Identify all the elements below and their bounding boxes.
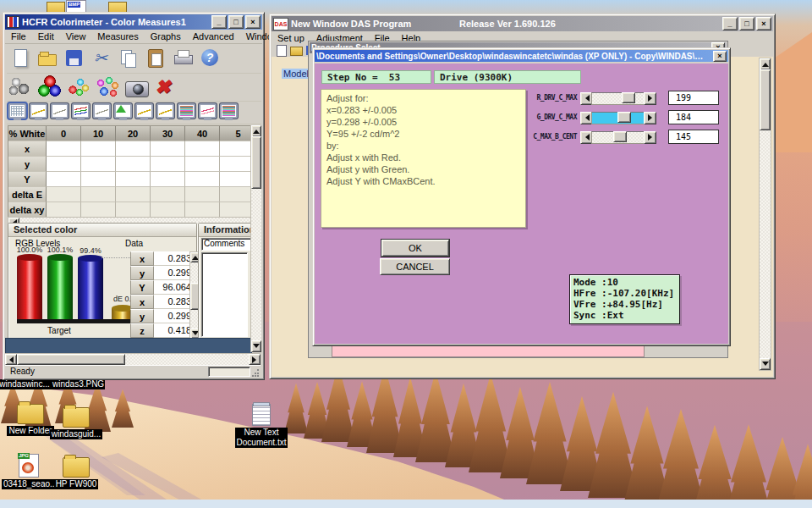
gray-spheres-icon[interactable] xyxy=(8,75,35,100)
scrollbar-thumb[interactable] xyxy=(760,69,771,130)
hcfr-titlebar[interactable]: HCFR Colorimeter - Color Measures1 _ □ × xyxy=(5,14,262,30)
slider-value-input[interactable]: 184 xyxy=(668,110,719,124)
table-cell[interactable] xyxy=(151,202,185,218)
scroll-up-icon[interactable] xyxy=(760,58,771,70)
table-cell[interactable] xyxy=(220,157,252,172)
multicolor-spheres-icon[interactable] xyxy=(94,75,121,100)
data-grid-value[interactable]: 96.064 xyxy=(154,280,195,295)
table-cell[interactable] xyxy=(220,141,252,157)
graph-curve-2-icon[interactable] xyxy=(156,102,175,120)
desktop-icon-windasguid[interactable]: windasguid... xyxy=(52,407,100,439)
open-icon[interactable] xyxy=(290,47,303,56)
client-h-scrollbar[interactable] xyxy=(5,353,261,365)
table-cell[interactable] xyxy=(185,172,220,187)
data-grid-value[interactable]: 0.283 xyxy=(154,251,195,266)
table-cell[interactable] xyxy=(47,157,81,172)
graph-curve-1-icon[interactable] xyxy=(134,102,154,120)
comments-textarea[interactable] xyxy=(201,252,248,337)
table-cell[interactable] xyxy=(81,172,116,187)
new-icon[interactable] xyxy=(8,46,33,71)
menu-item-edit[interactable]: Edit xyxy=(32,30,60,42)
slider-thumb[interactable] xyxy=(613,131,627,142)
das-titlebar[interactable]: DAS New Window DAS Program Release Ver 1… xyxy=(272,16,773,31)
slider-right-arrow[interactable] xyxy=(644,131,656,144)
table-cell[interactable] xyxy=(185,141,220,157)
graph-cie-gamut-icon[interactable] xyxy=(113,102,133,120)
resize-grip[interactable] xyxy=(251,368,260,377)
table-cell[interactable] xyxy=(47,187,81,202)
table-cell[interactable] xyxy=(151,141,185,157)
data-grid-value[interactable]: 0.299 xyxy=(154,309,195,323)
graph-extra-graph-icon[interactable] xyxy=(219,102,239,120)
delete-x-icon[interactable] xyxy=(151,75,178,100)
desktop-icon-hp-fw900[interactable]: HP FW900 xyxy=(52,457,100,489)
graph-noise-curves-icon[interactable] xyxy=(198,102,217,120)
table-cell[interactable] xyxy=(116,202,151,218)
menu-item-advanced[interactable]: Advanced xyxy=(187,30,240,42)
graph-luminance-curve-icon[interactable] xyxy=(50,102,69,120)
menu-item-view[interactable]: View xyxy=(60,30,92,42)
table-cell[interactable] xyxy=(47,141,81,157)
model-label[interactable]: Model xyxy=(282,69,310,79)
table-cell[interactable] xyxy=(47,172,81,187)
help-icon[interactable] xyxy=(197,46,222,71)
scroll-down-icon[interactable] xyxy=(251,340,261,352)
scroll-left-icon[interactable] xyxy=(5,354,17,365)
menu-item-measures[interactable]: Measures xyxy=(91,30,144,42)
desktop-icon-windaswinc[interactable]: windaswinc... xyxy=(0,379,49,389)
slider-track[interactable] xyxy=(591,92,645,105)
open-icon[interactable] xyxy=(35,46,60,71)
close-button[interactable]: × xyxy=(756,17,771,30)
camera-icon[interactable] xyxy=(123,75,150,100)
maximize-button[interactable]: □ xyxy=(739,17,754,30)
table-cell[interactable] xyxy=(116,141,151,157)
graph-gray-curve-icon[interactable] xyxy=(92,102,112,120)
graph-measures-grid-icon[interactable] xyxy=(8,102,27,120)
scroll-right-icon[interactable] xyxy=(249,354,261,365)
desktop-icon-new-text-document[interactable]: New Text Document.txt xyxy=(238,404,285,448)
slider-value-input[interactable]: 199 xyxy=(668,91,719,105)
das-v-scrollbar[interactable] xyxy=(759,58,771,371)
scroll-up-icon[interactable] xyxy=(251,125,261,137)
menu-item-graphs[interactable]: Graphs xyxy=(145,30,187,42)
print-icon[interactable] xyxy=(170,46,195,71)
table-cell[interactable] xyxy=(116,157,151,172)
ok-button[interactable]: OK xyxy=(381,240,449,257)
table-cell[interactable] xyxy=(220,202,252,218)
slider-thumb[interactable] xyxy=(622,92,635,103)
table-cell[interactable] xyxy=(81,202,116,218)
table-cell[interactable] xyxy=(116,187,151,202)
comments-input[interactable]: Comments xyxy=(201,238,251,251)
cut-icon[interactable] xyxy=(89,46,114,71)
table-cell[interactable] xyxy=(185,157,220,172)
slider-thumb[interactable] xyxy=(617,112,631,123)
cancel-button[interactable]: CANCEL xyxy=(380,258,450,275)
table-cell[interactable] xyxy=(81,187,116,202)
minimize-button[interactable]: _ xyxy=(722,17,738,30)
data-grid-value[interactable]: 0.283 xyxy=(154,295,195,309)
close-button[interactable]: × xyxy=(713,51,727,62)
table-cell[interactable] xyxy=(220,187,252,202)
table-cell[interactable] xyxy=(81,157,116,172)
data-grid-value[interactable]: 0.299 xyxy=(154,266,195,280)
desktop-icon-03418-seao[interactable]: JPG03418_seao... xyxy=(5,454,52,489)
table-cell[interactable] xyxy=(116,172,151,187)
dialog-titlebar[interactable]: \Documents and Settings\Owner\Desktop\wi… xyxy=(315,50,728,62)
maximize-button[interactable]: □ xyxy=(228,15,244,29)
color-spheres-icon[interactable] xyxy=(65,75,92,100)
slider-right-arrow[interactable] xyxy=(644,112,656,124)
table-cell[interactable] xyxy=(220,172,252,187)
menu-item-set-up[interactable]: Set up xyxy=(272,32,310,44)
graph-gamma-curve-icon[interactable] xyxy=(29,102,48,120)
slider-right-arrow[interactable] xyxy=(644,92,656,105)
paste-icon[interactable] xyxy=(143,46,168,71)
save-icon[interactable] xyxy=(62,46,87,71)
client-v-scrollbar[interactable] xyxy=(250,125,261,352)
table-cell[interactable] xyxy=(81,141,116,157)
scrollbar-thumb[interactable] xyxy=(17,354,125,365)
minimize-button[interactable]: _ xyxy=(211,15,227,29)
table-cell[interactable] xyxy=(47,202,81,218)
menu-item-file[interactable]: File xyxy=(5,30,32,42)
desktop-icon-new-folder[interactable]: New Folder xyxy=(7,404,54,436)
scroll-down-icon[interactable] xyxy=(760,358,771,370)
